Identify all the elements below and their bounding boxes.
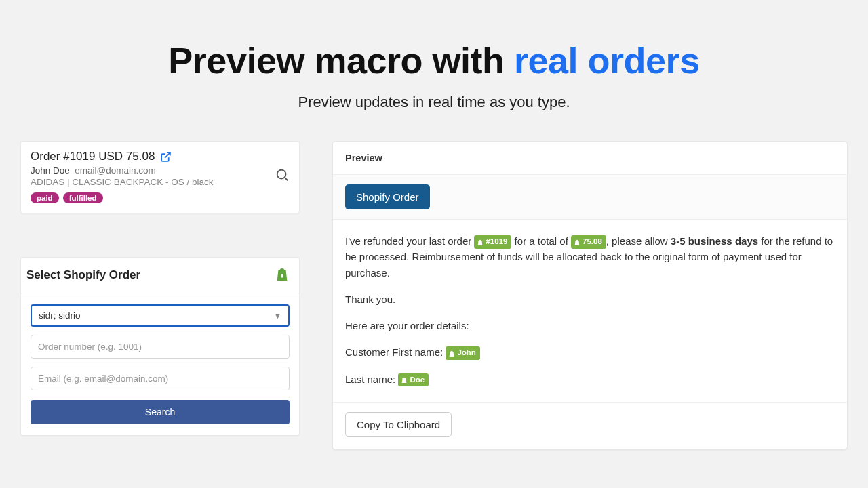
token-text: John xyxy=(457,347,475,359)
status-badge-fulfilled: fulfilled xyxy=(63,192,103,203)
svg-line-2 xyxy=(285,178,288,180)
shopify-bag-icon xyxy=(275,266,290,285)
token-order-total: 75.08 xyxy=(571,235,606,249)
svg-rect-3 xyxy=(281,274,283,278)
preview-paragraph-2: Thank you. xyxy=(345,291,835,307)
store-dropdown[interactable]: sidr; sidrio ▼ xyxy=(31,304,290,327)
preview-header: Preview xyxy=(333,142,847,175)
preview-label-lastname: Last name: xyxy=(345,373,398,385)
preview-text: for a total of xyxy=(511,235,571,247)
select-order-panel: Select Shopify Order sidr; sidrio ▼ Sear… xyxy=(20,257,300,436)
search-icon[interactable] xyxy=(275,167,290,185)
order-customer-email: email@domain.com xyxy=(75,165,156,176)
status-badge-paid: paid xyxy=(31,192,59,203)
page-title-plain: Preview macro with xyxy=(168,40,514,81)
preview-paragraph-3: Here are your order details: xyxy=(345,318,835,333)
svg-line-0 xyxy=(165,152,170,158)
preview-body: I've refunded your last order #1019 for … xyxy=(333,220,847,402)
preview-text: I've refunded your last order xyxy=(345,235,474,247)
token-text: Doe xyxy=(410,374,425,386)
preview-paragraph-5: Last name: Doe xyxy=(345,371,835,387)
order-number-input[interactable] xyxy=(31,335,290,359)
preview-label-firstname: Customer First name: xyxy=(345,346,446,358)
token-first-name: John xyxy=(446,346,479,360)
external-link-icon[interactable] xyxy=(160,151,172,163)
preview-toolbar: Shopify Order xyxy=(333,175,847,220)
order-customer-name: John Doe xyxy=(31,165,70,176)
store-dropdown-value: sidr; sidrio xyxy=(39,310,81,321)
shopify-order-button[interactable]: Shopify Order xyxy=(345,184,430,209)
chevron-down-icon: ▼ xyxy=(274,312,281,320)
preview-text: , please allow xyxy=(606,235,671,247)
copy-to-clipboard-button[interactable]: Copy To Clipboard xyxy=(345,412,452,437)
select-order-heading: Select Shopify Order xyxy=(26,268,140,282)
preview-paragraph-1: I've refunded your last order #1019 for … xyxy=(345,233,835,281)
token-order-number: #1019 xyxy=(474,235,511,249)
page-subtitle: Preview updates in real time as you type… xyxy=(0,94,868,111)
preview-footer: Copy To Clipboard xyxy=(333,402,847,449)
page-title: Preview macro with real orders xyxy=(0,39,868,81)
preview-bold-days: 3-5 business days xyxy=(671,235,758,247)
order-customer-line: John Doe email@domain.com xyxy=(31,165,290,176)
token-text: 75.08 xyxy=(583,236,602,248)
order-summary-card: Order #1019 USD 75.08 John Doe email@dom… xyxy=(20,141,300,214)
token-text: #1019 xyxy=(486,236,507,248)
preview-paragraph-4: Customer First name: John xyxy=(345,344,835,360)
svg-point-1 xyxy=(277,170,286,179)
search-button[interactable]: Search xyxy=(31,400,290,424)
order-title: Order #1019 USD 75.08 xyxy=(31,150,155,163)
order-product-line: ADIDAS | CLASSIC BACKPACK - OS / black xyxy=(31,177,290,187)
page-title-accent: real orders xyxy=(514,40,700,81)
email-input[interactable] xyxy=(31,367,290,390)
preview-panel: Preview Shopify Order I've refunded your… xyxy=(332,141,848,450)
token-last-name: Doe xyxy=(398,373,429,387)
